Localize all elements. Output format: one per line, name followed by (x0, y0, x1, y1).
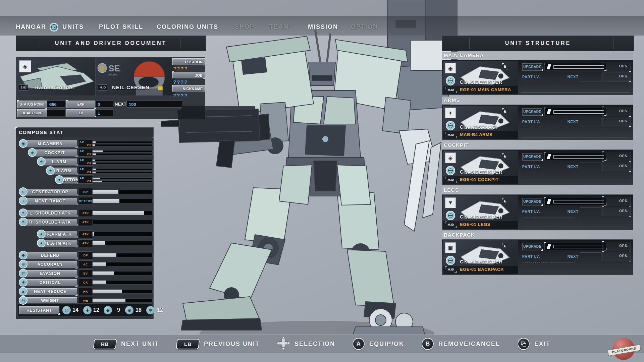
part-class-label: Cls. SIDEWINDER (460, 79, 502, 85)
next-label: NEXT (115, 102, 126, 107)
stat-unit-tag: APCP (78, 158, 93, 166)
part-id-row: M.ID EGE-01 LEGS (443, 221, 518, 229)
stat-unit-tag: ATK (78, 209, 93, 217)
stat-bars (92, 260, 153, 268)
nav-item-hangar[interactable]: HANGAR (16, 23, 46, 31)
nav-item-mission[interactable]: MISSION (308, 23, 338, 31)
compose-stat-row: ✶R. SHOULDER ATKATK (19, 218, 153, 226)
part-id-tag: M.ID (446, 267, 456, 272)
stat-bars (92, 218, 153, 226)
nav-item-pilot-skill[interactable]: PILOT SKILL (99, 23, 143, 31)
ops-button[interactable]: OPS. (602, 162, 631, 171)
watermark: PLAYGROUND (610, 337, 637, 361)
lb-button-icon[interactable]: LB (176, 339, 200, 349)
stat-tag-text: AC (78, 261, 93, 268)
ops-button[interactable]: OPS. (602, 117, 631, 126)
nav-item-units[interactable]: UNITS (62, 23, 84, 31)
part-card[interactable]: ◈ E Cls. SIDEWINDER M.ID EGE-01 COCKPIT … (442, 149, 633, 185)
stat-label: M.CAMERA (23, 140, 77, 147)
beam-resist-icon: ◉ (125, 306, 133, 314)
ice-resist-icon: ❄ (146, 306, 155, 314)
stat-label: HEAT REDUCE (23, 288, 77, 295)
evasion-icon: ⇄ (19, 269, 28, 278)
pilot-id-tag: N.ID (98, 84, 107, 90)
compose-stat-row: ◐GENERATOR OPGP (19, 188, 153, 196)
ops-button[interactable]: OPS. (602, 197, 631, 206)
explosive-resist-icon: ✚ (83, 306, 92, 314)
ops-button[interactable]: OPS. (602, 207, 631, 216)
minus-badge-icon (446, 121, 455, 130)
resist-value: 14 (72, 307, 78, 313)
stat-bars (92, 239, 153, 247)
part-card[interactable]: ◉ E Cls. SIDEWINDER M.ID EGE-01 MAIN CAM… (442, 60, 633, 95)
minus-badge-icon (446, 166, 455, 175)
rb-button-icon[interactable]: RB (93, 339, 117, 349)
exp-label: EXP (66, 101, 96, 108)
compose-stat-row: ●R.ARM ATKATK (19, 230, 153, 238)
stat-bars (92, 158, 153, 166)
unit-id-tag: S.ID (19, 84, 28, 90)
next-label: NEXT (568, 254, 579, 258)
legs-part-icon: ▼ (445, 197, 456, 208)
ops-button[interactable]: OPS. (602, 242, 631, 251)
stat-bars (92, 188, 153, 196)
section-title: MAIN CAMERA (442, 52, 633, 59)
part-card[interactable]: ▼ E Cls. SIDEWINDER M.ID EGE-01 LEGS UPG… (442, 194, 633, 230)
upgrade-label: UPGRADE (522, 153, 542, 161)
minus-badge-icon (446, 211, 455, 220)
next-value: 100 (126, 101, 182, 108)
document-title: UNIT AND DRIVER DOCUMENT (55, 40, 167, 46)
stat-label: GENERATOR OP (23, 189, 77, 196)
section-title: ARMS (442, 97, 633, 104)
ops-button[interactable]: OPS. (602, 72, 631, 81)
job-label: JOB (172, 72, 205, 78)
part-class-label: Cls. SIDEWINDER (460, 259, 502, 264)
minus-badge-icon (446, 256, 455, 265)
stat-label: L.ARM (41, 159, 77, 166)
unit-structure-section: BACKPACK ▣ E Cls. SIDEWINDER M.ID EGE-01… (442, 231, 633, 275)
ops-button[interactable]: OPS. (602, 107, 631, 116)
dpad-icon[interactable] (277, 337, 290, 351)
stat-bars (92, 269, 153, 277)
weight-icon: ◎ (19, 296, 28, 305)
back-button-icon[interactable] (518, 338, 530, 350)
resist-value: 12 (157, 307, 163, 313)
stat-unit-tag: ATK (78, 230, 93, 238)
hint-previous-unit: LBPREVIOUS UNIT (176, 339, 260, 349)
compose-stat-row: ↕MOVE RANGEMETERS (19, 197, 153, 205)
part-thumb-area: ◉ E Cls. SIDEWINDER M.ID EGE-01 MAIN CAM… (443, 61, 518, 94)
next-value-box (580, 252, 601, 261)
nav-item-coloring-units[interactable]: COLORING UNITS (157, 23, 218, 31)
compose-stat-row: ◈COCKPITAPCP (19, 149, 153, 157)
part-name: EGE-01 BACKPACK (460, 267, 504, 272)
fire-resist-icon: ◆ (104, 306, 112, 314)
part-card[interactable]: ▣ E Cls. SIDEWINDER M.ID EGE-01 BACKPACK… (442, 239, 633, 275)
ops-button[interactable]: OPS. (602, 62, 631, 71)
compose-stat-row: ✶L. SHOULDER ATKATK (19, 209, 153, 217)
part-lv-label: PART LV. (522, 120, 540, 124)
stat-tag-text: ATK (78, 231, 93, 238)
compose-stat-row: ◉M.CAMERAAPCP (19, 140, 153, 147)
part-id-tag: M.ID (446, 132, 456, 137)
hint-label: SELECTION (294, 341, 335, 348)
part-card[interactable]: ✦ E Cls. KUSANAGI M.ID MAB-B4 ARMS UPGRA… (442, 105, 633, 140)
stat-tag-text: DF (78, 252, 93, 259)
part-name: EGE-01 MAIN CAMERA (460, 87, 511, 92)
nav-item-shop: SHOP (235, 23, 255, 31)
controller-hint-bar: RBNEXT UNITLBPREVIOUS UNITSELECTIONAEQUI… (0, 335, 644, 353)
position-value: ???? (173, 66, 188, 71)
compose-stat-row: ⇄EVASIONEV (19, 269, 153, 277)
stat-tag-text: AP (79, 159, 84, 162)
stat-tag-text: HR (78, 288, 93, 295)
shoulder-atk-icon: ✶ (19, 218, 28, 226)
b-button-icon[interactable]: B (422, 338, 434, 350)
part-upgrade-area: UPGRADE OPS. PART LV. NEXT OPS. (519, 150, 632, 184)
ops-button[interactable]: OPS. (602, 152, 631, 161)
upgrade-label: UPGRADE (522, 198, 542, 205)
ops-button[interactable]: OPS. (602, 252, 631, 261)
part-id-tag: M.ID (446, 87, 456, 93)
part-name: MAB-B4 ARMS (460, 132, 492, 137)
part-thumb-area: ▣ E Cls. SIDEWINDER M.ID EGE-01 BACKPACK (443, 240, 518, 274)
compose-stat-panel: COMPOSE STAT ◉M.CAMERAAPCP◈COCKPITAPCP✦L… (16, 127, 154, 319)
a-button-icon[interactable]: A (353, 338, 365, 350)
